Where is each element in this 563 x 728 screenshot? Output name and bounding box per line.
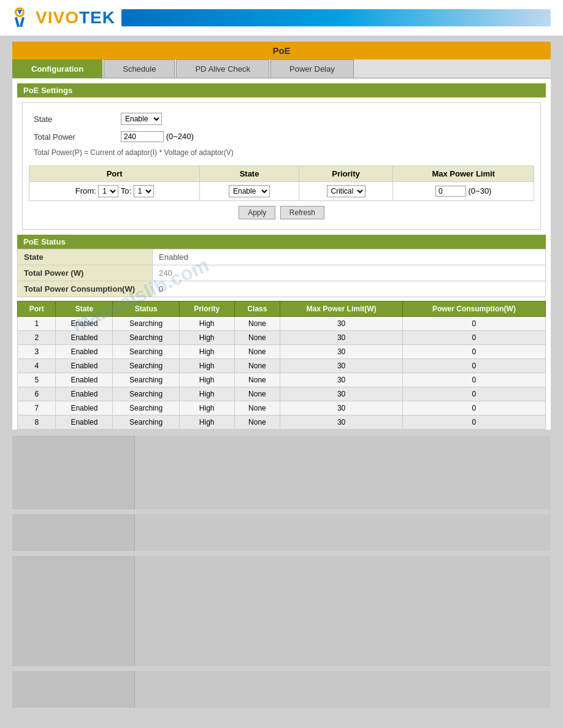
- status-consumption-row: Total Power Consumption(W) 0: [18, 281, 546, 297]
- table-row: 1EnabledSearchingHighNone300: [18, 317, 546, 331]
- status-data-table: Port State Status Priority Class Max Pow…: [17, 301, 546, 430]
- port-priority-cell: Critical High Low: [299, 182, 393, 201]
- table-row: 2EnabledSearchingHighNone300: [18, 331, 546, 345]
- table-cell-priority: High: [179, 359, 234, 373]
- table-cell-class: None: [234, 331, 280, 345]
- table-cell-priority: High: [179, 387, 234, 401]
- state-select[interactable]: Enable Disable: [121, 113, 162, 125]
- table-cell-status: Searching: [113, 415, 179, 430]
- table-cell-class: None: [234, 317, 280, 331]
- poe-settings-body: State Enable Disable Total Power (0~: [22, 102, 541, 230]
- gray-section-3: [12, 556, 551, 666]
- gray-section-1: [12, 436, 551, 509]
- table-cell-consumption: 0: [402, 415, 545, 430]
- gray-section-2-right: [135, 514, 551, 551]
- status-consumption-value: 0: [153, 281, 546, 297]
- tabs-bar: Configuration Schedule PD Alive Check Po…: [12, 59, 551, 78]
- table-cell-class: None: [234, 401, 280, 415]
- tab-pd-alive-check[interactable]: PD Alive Check: [176, 59, 269, 78]
- status-col-class: Class: [234, 301, 280, 317]
- table-cell-port: 6: [18, 387, 56, 401]
- table-cell-state: Enabled: [56, 359, 113, 373]
- table-cell-max_power: 30: [280, 387, 403, 401]
- gray-section-2: [12, 514, 551, 551]
- state-label: State: [30, 110, 116, 127]
- status-state-row: State Enabled: [18, 249, 546, 265]
- table-cell-class: None: [234, 345, 280, 359]
- total-power-input[interactable]: [121, 131, 164, 142]
- table-cell-max_power: 30: [280, 401, 403, 415]
- header-bar: [121, 9, 551, 26]
- table-cell-max_power: 30: [280, 373, 403, 387]
- table-cell-priority: High: [179, 345, 234, 359]
- table-cell-consumption: 0: [402, 401, 545, 415]
- table-cell-state: Enabled: [56, 373, 113, 387]
- table-cell-consumption: 0: [402, 373, 545, 387]
- table-cell-priority: High: [179, 331, 234, 345]
- table-cell-status: Searching: [113, 359, 179, 373]
- gray-section-4-right: [135, 671, 551, 708]
- table-cell-port: 3: [18, 345, 56, 359]
- logo-icon: [12, 6, 36, 29]
- table-cell-state: Enabled: [56, 317, 113, 331]
- table-cell-port: 8: [18, 415, 56, 430]
- refresh-button[interactable]: Refresh: [280, 206, 324, 219]
- port-from-select[interactable]: 1234 5678: [98, 185, 118, 197]
- table-cell-priority: High: [179, 415, 234, 430]
- state-select-cell: Enable Disable: [117, 110, 533, 127]
- status-total-power-label: Total Power (W): [18, 265, 153, 281]
- table-cell-status: Searching: [113, 401, 179, 415]
- port-to-label: To:: [121, 186, 131, 195]
- table-cell-status: Searching: [113, 373, 179, 387]
- port-config-table: Port State Priority Max Power Limit From…: [29, 165, 534, 201]
- col-priority: Priority: [299, 166, 393, 182]
- table-row: 6EnabledSearchingHighNone300: [18, 387, 546, 401]
- status-state-label: State: [18, 249, 153, 265]
- logo-text: VIVOTEK: [36, 8, 115, 28]
- table-cell-status: Searching: [113, 387, 179, 401]
- table-cell-max_power: 30: [280, 345, 403, 359]
- table-cell-class: None: [234, 415, 280, 430]
- page-title-bar: PoE: [12, 42, 551, 59]
- table-cell-max_power: 30: [280, 317, 403, 331]
- gray-section-1-right: [135, 436, 551, 509]
- port-state-select[interactable]: Enable Disable: [229, 185, 270, 197]
- table-cell-consumption: 0: [402, 317, 545, 331]
- logo: VIVOTEK: [12, 6, 115, 29]
- poe-settings-container: PoE Settings State Enable Disable: [17, 83, 546, 230]
- status-col-port: Port: [18, 301, 56, 317]
- status-table-header-row: Port State Status Priority Class Max Pow…: [18, 301, 546, 317]
- table-cell-state: Enabled: [56, 387, 113, 401]
- port-to-select[interactable]: 1234 5678: [134, 185, 154, 197]
- table-cell-consumption: 0: [402, 387, 545, 401]
- port-config-row: From: 1234 5678 To: 1234 5678: [29, 182, 534, 201]
- tab-schedule[interactable]: Schedule: [104, 59, 175, 78]
- status-col-priority: Priority: [179, 301, 234, 317]
- table-cell-port: 7: [18, 401, 56, 415]
- table-cell-status: Searching: [113, 317, 179, 331]
- table-cell-consumption: 0: [402, 331, 545, 345]
- max-power-input[interactable]: [435, 186, 466, 197]
- table-cell-priority: High: [179, 401, 234, 415]
- col-state: State: [200, 166, 299, 182]
- table-cell-consumption: 0: [402, 345, 545, 359]
- poe-status-container: PoE Status manualslib.com State Enabled …: [17, 235, 546, 430]
- apply-button[interactable]: Apply: [239, 206, 275, 219]
- table-cell-class: None: [234, 373, 280, 387]
- table-row: 8EnabledSearchingHighNone300: [18, 415, 546, 430]
- table-cell-port: 1: [18, 317, 56, 331]
- table-cell-state: Enabled: [56, 401, 113, 415]
- header: VIVOTEK: [0, 0, 563, 36]
- poe-status-header: PoE Status: [17, 235, 546, 249]
- gray-section-3-left: [12, 556, 135, 666]
- max-power-range: (0~30): [469, 186, 492, 195]
- table-cell-state: Enabled: [56, 331, 113, 345]
- tab-power-delay[interactable]: Power Delay: [270, 59, 354, 78]
- port-priority-select[interactable]: Critical High Low: [327, 185, 366, 197]
- status-col-state: State: [56, 301, 113, 317]
- formula-text: Total Power(P) = Current of adaptor(I) *…: [30, 146, 533, 159]
- status-state-value: Enabled: [153, 249, 546, 265]
- tab-configuration[interactable]: Configuration: [12, 59, 102, 78]
- table-cell-port: 4: [18, 359, 56, 373]
- total-power-range: (0~240): [166, 132, 194, 141]
